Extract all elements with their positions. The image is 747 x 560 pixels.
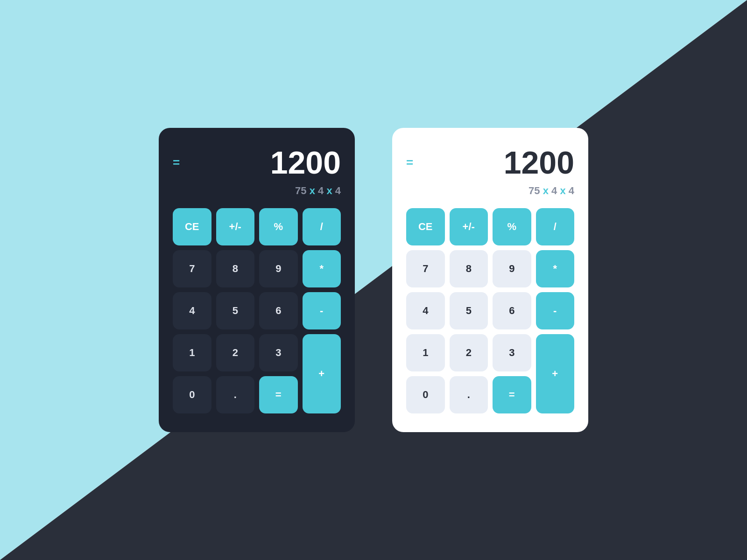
dark-btn-1[interactable]: 1: [173, 334, 211, 371]
light-btn-divide[interactable]: /: [536, 208, 575, 245]
light-btn-3[interactable]: 3: [493, 334, 531, 371]
dark-btn-0[interactable]: 0: [173, 376, 211, 413]
light-btn-6[interactable]: 6: [493, 292, 531, 329]
light-expr-x1: x: [543, 185, 549, 196]
dark-btn-ce[interactable]: CE: [173, 208, 211, 245]
dark-btn-7[interactable]: 7: [173, 250, 211, 287]
light-btn-0[interactable]: 0: [406, 376, 445, 413]
light-button-grid: CE+/-%/789*456-123+0.=: [406, 208, 574, 413]
dark-btn-subtract[interactable]: -: [303, 292, 341, 329]
calculators-container: = 1200 75 x 4 x 4 CE+/-%/789*456-123+0.=…: [0, 0, 747, 560]
dark-btn-8[interactable]: 8: [216, 250, 255, 287]
light-expression: 75 x 4 x 4: [406, 185, 574, 197]
dark-display-top: = 1200: [173, 147, 341, 178]
dark-display: = 1200 75 x 4 x 4: [173, 147, 341, 197]
light-display-top: = 1200: [406, 147, 574, 178]
light-btn-7[interactable]: 7: [406, 250, 445, 287]
dark-btn-dot[interactable]: .: [216, 376, 255, 413]
dark-btn-2[interactable]: 2: [216, 334, 255, 371]
light-btn-4[interactable]: 4: [406, 292, 445, 329]
dark-equals-icon: =: [173, 155, 179, 170]
light-equals-icon: =: [406, 155, 412, 170]
light-btn-add[interactable]: +: [536, 334, 575, 413]
light-btn-equals[interactable]: =: [493, 376, 531, 413]
light-btn-ce[interactable]: CE: [406, 208, 445, 245]
dark-btn-5[interactable]: 5: [216, 292, 255, 329]
light-btn-9[interactable]: 9: [493, 250, 531, 287]
dark-btn-percent[interactable]: %: [259, 208, 298, 245]
dark-button-grid: CE+/-%/789*456-123+0.=: [173, 208, 341, 413]
dark-btn-plus-minus[interactable]: +/-: [216, 208, 255, 245]
dark-btn-3[interactable]: 3: [259, 334, 298, 371]
dark-btn-add[interactable]: +: [303, 334, 341, 413]
light-display: = 1200 75 x 4 x 4: [406, 147, 574, 197]
dark-calculator: = 1200 75 x 4 x 4 CE+/-%/789*456-123+0.=: [159, 128, 355, 432]
dark-btn-divide[interactable]: /: [303, 208, 341, 245]
light-result: 1200: [504, 147, 574, 178]
light-btn-2[interactable]: 2: [450, 334, 488, 371]
light-btn-multiply[interactable]: *: [536, 250, 575, 287]
light-calculator: = 1200 75 x 4 x 4 CE+/-%/789*456-123+0.=: [392, 128, 588, 432]
dark-btn-equals[interactable]: =: [259, 376, 298, 413]
dark-btn-6[interactable]: 6: [259, 292, 298, 329]
light-btn-percent[interactable]: %: [493, 208, 531, 245]
light-btn-plus-minus[interactable]: +/-: [450, 208, 488, 245]
light-btn-1[interactable]: 1: [406, 334, 445, 371]
light-btn-8[interactable]: 8: [450, 250, 488, 287]
dark-result: 1200: [270, 147, 341, 178]
dark-expression: 75 x 4 x 4: [173, 185, 341, 197]
dark-btn-multiply[interactable]: *: [303, 250, 341, 287]
light-btn-dot[interactable]: .: [450, 376, 488, 413]
dark-btn-9[interactable]: 9: [259, 250, 298, 287]
light-expr-x2: x: [560, 185, 565, 196]
dark-expr-x1: x: [310, 185, 315, 196]
dark-expr-x2: x: [326, 185, 332, 196]
light-btn-subtract[interactable]: -: [536, 292, 575, 329]
dark-btn-4[interactable]: 4: [173, 292, 211, 329]
light-btn-5[interactable]: 5: [450, 292, 488, 329]
